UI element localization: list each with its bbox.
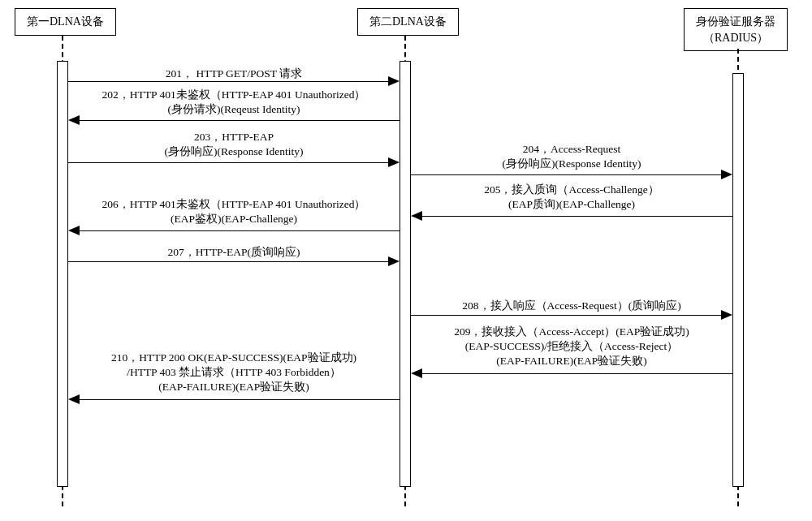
arrow-202-head [68,115,80,125]
participant-radius-label-2: （RADIUS） [703,32,768,44]
msg-207: 207，HTTP-EAP(质询响应) [68,245,400,260]
msg-209: 209，接收接入（Access-Accept）(EAP验证成功) (EAP-SU… [411,325,732,369]
arrow-206-line [78,230,400,231]
msg-203-l1: 203，HTTP-EAP [194,131,274,143]
arrow-208-head [721,310,732,320]
msg-204-l2: (身份响应)(Response Identity) [502,157,641,170]
msg-210-l1: 210，HTTP 200 OK(EAP-SUCCESS)(EAP验证成功) [111,351,356,364]
arrow-208-line [411,315,723,316]
participant-dlna1-label: 第一DLNA设备 [27,15,104,28]
msg-210-l2: /HTTP 403 禁止请求（HTTP 403 Forbidden） [127,366,341,378]
arrow-204-line [411,174,723,175]
msg-205: 205，接入质询（Access-Challenge） (EAP质询)(EAP-C… [411,183,732,212]
arrow-206-head [68,226,80,235]
msg-203-l2: (身份响应)(Response Identity) [164,145,303,157]
msg-205-l1: 205，接入质询（Access-Challenge） [484,183,659,196]
msg-209-l1: 209，接收接入（Access-Accept）(EAP验证成功) [454,325,689,338]
msg-206-l1: 206，HTTP 401未鉴权（HTTP-EAP 401 Unauthorize… [102,198,366,210]
participant-dlna2: 第二DLNA设备 [357,8,459,36]
arrow-205-head [411,211,422,221]
arrow-204-head [721,170,732,179]
arrow-210-line [78,399,400,400]
arrow-207-head [388,256,400,266]
arrow-207-line [68,261,390,262]
arrow-210-head [68,394,80,404]
participant-radius-label-1: 身份验证服务器 [696,15,775,28]
msg-209-l3: (EAP-FAILURE)(EAP验证失败) [496,355,646,367]
msg-210: 210，HTTP 200 OK(EAP-SUCCESS)(EAP验证成功) /H… [68,351,400,395]
msg-208-text: 208，接入响应（Access-Request）(质询响应) [462,299,680,312]
msg-210-l3: (EAP-FAILURE)(EAP验证失败) [158,381,309,393]
participant-dlna1: 第一DLNA设备 [15,8,116,36]
msg-207-text: 207，HTTP-EAP(质询响应) [168,246,300,258]
activation-dlna1 [57,61,68,487]
msg-202: 202，HTTP 401未鉴权（HTTP-EAP 401 Unauthorize… [68,88,400,117]
msg-204-l1: 204，Access-Request [523,143,620,155]
msg-202-l1: 202，HTTP 401未鉴权（HTTP-EAP 401 Unauthorize… [102,88,366,101]
arrow-203-line [68,162,390,163]
msg-204: 204，Access-Request (身份响应)(Response Ident… [411,142,732,171]
arrow-201-line [68,81,390,82]
msg-206-l2: (EAP鉴权)(EAP-Challenge) [171,213,297,225]
msg-205-l2: (EAP质询)(EAP-Challenge) [508,198,635,210]
activation-dlna2 [400,61,411,487]
arrow-202-line [78,120,400,121]
activation-radius [732,73,744,487]
msg-208: 208，接入响应（Access-Request）(质询响应) [411,299,732,313]
arrow-203-head [388,157,400,167]
arrow-205-line [421,216,732,217]
msg-206: 206，HTTP 401未鉴权（HTTP-EAP 401 Unauthorize… [68,197,400,226]
msg-201: 201， HTTP GET/POST 请求 [68,67,400,81]
msg-209-l2: (EAP-SUCCESS)/拒绝接入（Access-Reject） [465,340,678,352]
msg-203: 203，HTTP-EAP (身份响应)(Response Identity) [68,130,400,159]
msg-202-l2: (身份请求)(Reqeust Identity) [168,103,300,115]
arrow-209-line [421,373,732,374]
msg-201-text: 201， HTTP GET/POST 请求 [166,67,302,80]
participant-radius: 身份验证服务器 （RADIUS） [684,8,788,51]
arrow-201-head [388,76,400,86]
participant-dlna2-label: 第二DLNA设备 [369,15,447,28]
arrow-209-head [411,368,422,378]
